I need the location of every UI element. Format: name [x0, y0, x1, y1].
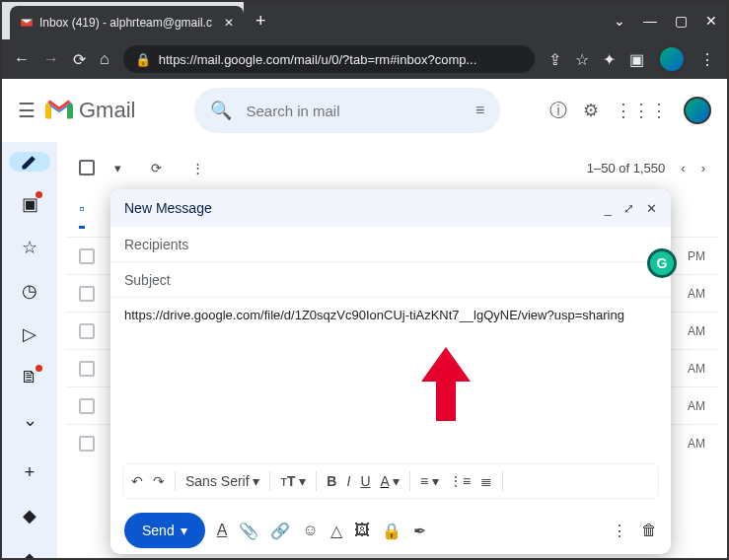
label-1-icon[interactable]: ◆ [23, 505, 36, 526]
window-dropdown-icon[interactable]: ⌄ [614, 13, 625, 29]
search-input[interactable] [246, 103, 462, 119]
search-options-icon[interactable]: ≡ [475, 102, 484, 119]
italic-icon[interactable]: I [346, 473, 350, 489]
help-icon[interactable]: ⓘ [549, 99, 567, 122]
extensions-icon[interactable]: ✦ [603, 50, 616, 69]
drive-icon[interactable]: △ [330, 522, 342, 540]
new-label-icon[interactable]: + [25, 462, 36, 483]
reload-icon[interactable]: ⟳ [73, 50, 86, 69]
forward-icon[interactable]: → [43, 50, 59, 68]
page-info: 1–50 of 1,550 [587, 161, 666, 175]
format-toggle-icon[interactable]: A [217, 522, 228, 539]
gmail-logo[interactable]: Gmail [45, 98, 135, 123]
window-maximize-icon[interactable]: ▢ [675, 13, 688, 29]
send-row: Send▾ A 📎 🔗 ☺ △ 🖼 🔒 ✒ ⋮ 🗑 [110, 507, 671, 554]
more-options-icon[interactable]: ⋮ [612, 522, 627, 540]
send-button[interactable]: Send▾ [124, 513, 205, 548]
close-compose-icon[interactable]: ✕ [646, 201, 657, 216]
link-icon[interactable]: 🔗 [270, 522, 290, 540]
next-page-icon[interactable]: › [701, 161, 705, 175]
bookmark-icon[interactable]: ☆ [575, 50, 589, 69]
image-icon[interactable]: 🖼 [354, 522, 370, 539]
font-selector[interactable]: Sans Serif ▾ [185, 473, 259, 489]
share-icon[interactable]: ⇪ [548, 50, 561, 69]
compose-body[interactable]: https://drive.google.com/file/d/1Z0sqzVc… [110, 298, 671, 463]
mail-toolbar: ▾ ⟳ ⋮ 1–50 of 1,550 ‹ › [65, 144, 719, 191]
tab-title: Inbox (419) - alphrteam@gmail.c [39, 16, 212, 30]
address-bar[interactable]: 🔒 https://mail.google.com/mail/u/0/?tab=… [123, 45, 535, 73]
url-text: https://mail.google.com/mail/u/0/?tab=rm… [159, 52, 477, 67]
primary-tab[interactable]: ▫ [79, 200, 85, 229]
recipients-field[interactable]: Recipients [110, 227, 671, 262]
product-name: Gmail [79, 98, 135, 123]
more-actions-icon[interactable]: ⋮ [191, 161, 204, 175]
apps-icon[interactable]: ⋮⋮⋮ [615, 100, 668, 121]
starred-nav-icon[interactable]: ☆ [22, 237, 37, 258]
lock-icon: 🔒 [135, 52, 151, 67]
compose-title: New Message [124, 200, 212, 216]
tab-close-icon[interactable]: ✕ [224, 16, 234, 30]
snoozed-nav-icon[interactable]: ◷ [22, 280, 37, 302]
compose-window: New Message _ ⤢ ✕ Recipients Subject htt… [110, 189, 671, 554]
back-icon[interactable]: ← [14, 50, 30, 68]
window-close-icon[interactable]: ✕ [705, 13, 717, 29]
gmail-logo-icon [45, 100, 73, 121]
sent-nav-icon[interactable]: ▷ [23, 323, 36, 345]
window-minimize-icon[interactable]: — [643, 13, 657, 29]
subject-field[interactable]: Subject [110, 262, 671, 298]
label-2-icon[interactable]: ◆ [23, 548, 36, 560]
bold-icon[interactable]: B [327, 473, 336, 489]
ordered-list-icon[interactable]: ⋮≡ [449, 473, 471, 489]
gmail-favicon-icon [20, 16, 34, 30]
search-icon: 🔍 [210, 100, 232, 121]
minimize-compose-icon[interactable]: _ [605, 201, 612, 216]
mail-nav-icon[interactable]: ▣ [22, 193, 38, 215]
emoji-icon[interactable]: ☺ [302, 522, 318, 539]
confidential-icon[interactable]: 🔒 [382, 522, 401, 540]
expand-compose-icon[interactable]: ⤢ [623, 201, 634, 216]
drafts-nav-icon[interactable]: 🗎 [21, 367, 38, 387]
underline-icon[interactable]: U [360, 473, 370, 489]
panel-icon[interactable]: ▣ [629, 50, 644, 69]
compose-header[interactable]: New Message _ ⤢ ✕ [110, 189, 671, 227]
undo-icon[interactable]: ↶ [131, 473, 143, 489]
profile-avatar[interactable] [658, 45, 686, 73]
search-box[interactable]: 🔍 ≡ [194, 88, 500, 133]
refresh-icon[interactable]: ⟳ [151, 161, 162, 175]
main-menu-icon[interactable]: ☰ [18, 99, 36, 122]
browser-toolbar: ← → ⟳ ⌂ 🔒 https://mail.google.com/mail/u… [2, 39, 727, 79]
home-icon[interactable]: ⌂ [100, 50, 109, 68]
format-toolbar: ↶ ↷ Sans Serif ▾ тT ▾ B I U A ▾ ≡ ▾ ⋮≡ ≣ [122, 463, 659, 499]
discard-icon[interactable]: 🗑 [641, 522, 657, 540]
grammarly-icon[interactable]: G [647, 248, 677, 278]
left-rail: ▣ ☆ ◷ ▷ 🗎 ⌄ + ◆ ◆ [2, 142, 57, 558]
prev-page-icon[interactable]: ‹ [681, 161, 685, 175]
bullet-list-icon[interactable]: ≣ [480, 473, 492, 489]
attach-icon[interactable]: 📎 [239, 522, 258, 540]
account-avatar[interactable] [684, 97, 711, 124]
annotation-arrow-icon [416, 347, 475, 426]
signature-icon[interactable]: ✒ [413, 522, 426, 540]
send-options-icon[interactable]: ▾ [181, 523, 187, 538]
menu-icon[interactable]: ⋮ [699, 50, 715, 69]
font-size-icon[interactable]: тT ▾ [280, 473, 306, 489]
select-all-checkbox[interactable] [79, 160, 95, 175]
browser-tab[interactable]: Inbox (419) - alphrteam@gmail.c ✕ [10, 6, 244, 39]
new-tab-button[interactable]: + [255, 11, 266, 32]
settings-icon[interactable]: ⚙ [583, 100, 599, 121]
compose-button[interactable] [9, 152, 50, 172]
select-dropdown-icon[interactable]: ▾ [114, 161, 121, 175]
redo-icon[interactable]: ↷ [153, 473, 165, 489]
align-icon[interactable]: ≡ ▾ [420, 473, 439, 489]
pencil-icon [20, 152, 39, 172]
gmail-header: ☰ Gmail 🔍 ≡ ⓘ ⚙ ⋮⋮⋮ [2, 79, 727, 142]
browser-titlebar: Inbox (419) - alphrteam@gmail.c ✕ + ⌄ — … [2, 2, 727, 39]
window-controls: ⌄ — ▢ ✕ [441, 2, 727, 39]
more-nav-icon[interactable]: ⌄ [23, 409, 37, 431]
text-color-icon[interactable]: A ▾ [381, 473, 400, 489]
